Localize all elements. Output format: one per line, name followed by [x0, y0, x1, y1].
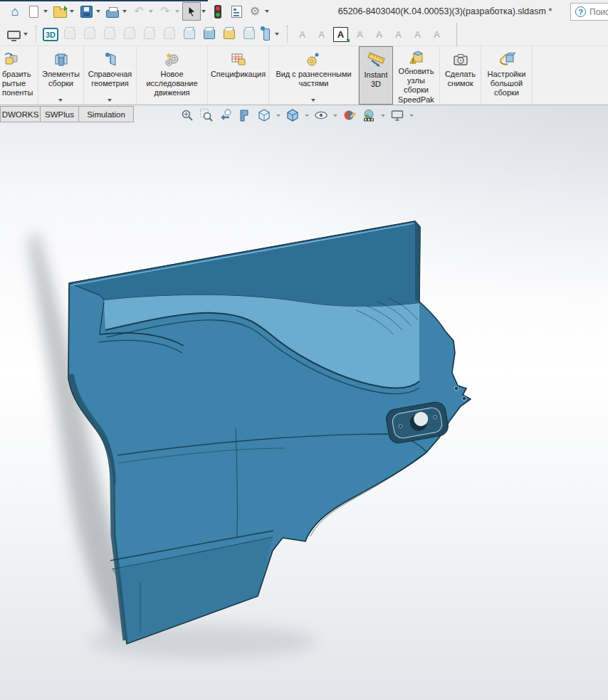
- apply-scene-dropdown[interactable]: [381, 115, 385, 117]
- search-box[interactable]: ? Поиск: [570, 3, 608, 21]
- redo-dropdown: [175, 10, 179, 13]
- file-properties-button[interactable]: [227, 2, 246, 21]
- command-manager: бразить рытые поненты Элементы сборки Сп…: [0, 46, 608, 105]
- view-settings-dropdown[interactable]: [409, 115, 414, 117]
- print-icon: [106, 10, 119, 18]
- monitor-icon: [7, 31, 21, 39]
- help-icon[interactable]: ?: [575, 6, 586, 17]
- instant3d-button[interactable]: Instant 3D: [359, 46, 393, 105]
- assembly-features-button[interactable]: Элементы сборки: [38, 46, 84, 105]
- annotation-tool-icon-8: A: [429, 27, 444, 42]
- solidworks-window: ⌂ ↶ ↷ ⚙ 65206-8403040(K.04.00053)(3)(раз…: [0, 0, 608, 700]
- properties-list-icon: [231, 6, 242, 18]
- section-view-icon[interactable]: [237, 107, 253, 123]
- assembly-features-dropdown[interactable]: [58, 99, 63, 102]
- feature-tabs: DWORKS SWPlus Simulation: [0, 106, 134, 122]
- display-style-dropdown[interactable]: [305, 115, 309, 117]
- graphics-area[interactable]: [0, 105, 608, 700]
- interference-check-button[interactable]: [209, 2, 227, 21]
- annotation-tool-icon-2: A: [314, 27, 329, 42]
- feature-tool-icon-1[interactable]: [184, 29, 195, 39]
- hide-show-items-dropdown[interactable]: [333, 115, 337, 117]
- zoom-fit-icon[interactable]: [179, 107, 195, 123]
- tab-solidworks[interactable]: DWORKS: [0, 106, 41, 122]
- ribbon-button-label: Справочная геометрия: [88, 70, 132, 88]
- viewport-display-dropdown[interactable]: [23, 33, 28, 36]
- print-button[interactable]: [103, 2, 122, 21]
- home-button[interactable]: ⌂: [6, 2, 24, 21]
- ribbon-button-label: Настройки большой сборки: [488, 70, 526, 98]
- ribbon-button-label: Сделать снимок: [445, 70, 476, 88]
- save-dropdown[interactable]: [96, 10, 100, 13]
- new-document-dropdown[interactable]: [43, 10, 48, 13]
- feature-tool-icon-4[interactable]: [243, 29, 255, 39]
- cab-panel-part[interactable]: [68, 221, 471, 644]
- zoom-area-icon[interactable]: [199, 107, 214, 123]
- assembly-tool-icon-5: [144, 29, 155, 39]
- open-folder-icon: [53, 9, 67, 18]
- undo-button: ↶: [130, 2, 148, 21]
- viewport-display-button[interactable]: [4, 25, 23, 43]
- display-style-icon[interactable]: [285, 107, 300, 123]
- assembly-tool-icon-6: [164, 29, 175, 39]
- ribbon-button-label: Обновить узлы сборки SpeedPak: [398, 67, 434, 105]
- search-input[interactable]: Поиск: [589, 7, 608, 17]
- exploded-view-dropdown[interactable]: [311, 99, 315, 102]
- options-button[interactable]: ⚙: [246, 2, 264, 21]
- take-snapshot-button[interactable]: Сделать снимок: [440, 46, 481, 105]
- select-arrow-icon: [185, 5, 198, 18]
- annotation-tool-icon-6: A: [391, 27, 406, 42]
- secondary-toolbar: 3D A A A A A A A A: [0, 23, 608, 46]
- feature-tool-icon-2[interactable]: [204, 29, 215, 39]
- toolbar-separator: [287, 26, 288, 43]
- tab-simulation[interactable]: Simulation: [79, 106, 134, 122]
- save-button[interactable]: [77, 2, 95, 21]
- large-assembly-settings-button[interactable]: Настройки большой сборки: [481, 46, 533, 105]
- annotation-tool-icon-7: A: [410, 27, 425, 42]
- feature-tool-icon-3[interactable]: [224, 29, 235, 39]
- window-edge: [0, 0, 208, 1]
- previous-view-icon[interactable]: [218, 107, 234, 123]
- assembly-tool-icon-1: [64, 29, 75, 39]
- ribbon-button-label: Instant 3D: [364, 70, 387, 89]
- plane-icon[interactable]: [263, 28, 270, 41]
- print-dropdown[interactable]: [122, 10, 127, 13]
- tab-swplus[interactable]: SWPlus: [41, 106, 79, 122]
- feature-tools-dropdown[interactable]: [275, 33, 279, 36]
- select-tool-dropdown[interactable]: [201, 10, 206, 13]
- edit-appearance-icon[interactable]: [342, 107, 357, 123]
- reference-geometry-icon: [102, 50, 119, 70]
- assembly-tool-icon-3: [104, 29, 115, 39]
- reference-geometry-dropdown[interactable]: [108, 99, 112, 102]
- exploded-view-button[interactable]: Вид с разнесенными частями: [269, 46, 359, 105]
- view-settings-icon[interactable]: [389, 107, 405, 123]
- view-orientation-dropdown[interactable]: [276, 115, 281, 117]
- sketch-3d-button[interactable]: 3D: [41, 25, 60, 43]
- new-motion-study-button[interactable]: Новое исследование движения: [137, 46, 208, 105]
- ribbon-button-label: Вид с разнесенными частями: [276, 70, 351, 88]
- show-hidden-components-icon: [2, 50, 21, 70]
- document-title: 65206-8403040(K.04.00053)(3)(разработка)…: [320, 0, 570, 23]
- open-dropdown[interactable]: [70, 10, 74, 13]
- apply-scene-icon[interactable]: [361, 107, 377, 123]
- assembly-3d-model[interactable]: [0, 124, 608, 700]
- select-tool-button[interactable]: [182, 2, 201, 21]
- undo-dropdown: [149, 10, 153, 13]
- assembly-features-icon: [53, 50, 70, 70]
- show-hidden-components-button[interactable]: бразить рытые поненты: [0, 46, 38, 105]
- hide-show-items-icon[interactable]: [313, 107, 329, 123]
- bill-of-materials-button[interactable]: Спецификация: [208, 46, 269, 105]
- reference-geometry-button[interactable]: Справочная геометрия: [84, 46, 137, 105]
- snapshot-camera-icon: [451, 50, 470, 70]
- options-dropdown[interactable]: [265, 10, 269, 13]
- annotation-tool-icon-3[interactable]: A: [333, 27, 348, 42]
- view-orientation-icon[interactable]: [256, 107, 272, 123]
- toolbar-separator: [36, 26, 36, 43]
- new-document-button[interactable]: [24, 2, 43, 21]
- open-button[interactable]: [51, 2, 69, 21]
- ribbon-button-label: Элементы сборки: [42, 70, 80, 88]
- options-gear-icon: ⚙: [250, 6, 260, 17]
- save-icon: [80, 6, 93, 18]
- bom-table-icon: [229, 50, 248, 70]
- update-speedpak-button[interactable]: Обновить узлы сборки SpeedPak: [393, 46, 440, 105]
